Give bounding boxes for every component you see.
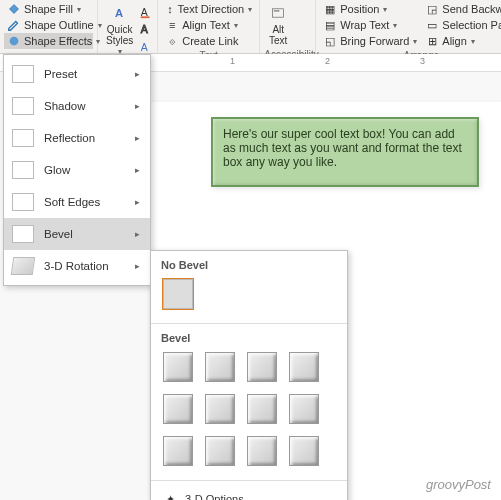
send-backward-button[interactable]: ◲Send Backward xyxy=(422,1,501,17)
bevel-swatch[interactable] xyxy=(163,394,193,424)
link-icon: ⟐ xyxy=(165,34,179,48)
menu-item-shadow[interactable]: Shadow▸ xyxy=(4,90,150,122)
svg-text:A: A xyxy=(141,41,148,53)
rotation-icon xyxy=(11,257,36,275)
svg-text:A: A xyxy=(141,23,148,35)
create-link-button[interactable]: ⟐Create Link xyxy=(162,33,255,49)
shadow-icon xyxy=(12,97,34,115)
forward-icon: ◱ xyxy=(323,34,337,48)
svg-text:A: A xyxy=(141,5,148,17)
menu-item-glow[interactable]: Glow▸ xyxy=(4,154,150,186)
bevel-swatch[interactable] xyxy=(205,394,235,424)
ribbon: Shape Fill▾ Shape Outline▾ Shape Effects… xyxy=(0,0,501,54)
chevron-right-icon: ▸ xyxy=(135,165,140,175)
bevel-submenu: No Bevel Bevel ✦3-D Options... xyxy=(150,250,348,500)
no-bevel-heading: No Bevel xyxy=(151,255,347,277)
bevel-heading: Bevel xyxy=(151,328,347,350)
shape-effects-menu: Preset▸ Shadow▸ Reflection▸ Glow▸ Soft E… xyxy=(3,54,151,286)
svg-text:A: A xyxy=(115,7,123,19)
menu-item-3d-rotation[interactable]: 3-D Rotation▸ xyxy=(4,250,150,282)
text-effects-icon[interactable]: A xyxy=(139,40,153,54)
bevel-swatch[interactable] xyxy=(289,352,319,382)
backward-icon: ◲ xyxy=(425,2,439,16)
bevel-swatch[interactable] xyxy=(289,394,319,424)
text-direction-icon: ↕ xyxy=(165,2,174,16)
chevron-right-icon: ▸ xyxy=(135,69,140,79)
bevel-swatch[interactable] xyxy=(163,436,193,466)
text-fill-icon[interactable]: A xyxy=(139,5,153,19)
text-outline-icon[interactable]: A xyxy=(139,22,153,36)
soft-edges-icon xyxy=(12,193,34,211)
position-button[interactable]: ▦Position▾ xyxy=(320,1,420,17)
chevron-right-icon: ▸ xyxy=(135,197,140,207)
svg-rect-6 xyxy=(273,9,284,17)
align-text-button[interactable]: ≡Align Text▾ xyxy=(162,17,255,33)
reflection-icon xyxy=(12,129,34,147)
bevel-swatch[interactable] xyxy=(163,352,193,382)
alt-text-button[interactable]: Alt Text xyxy=(264,1,292,48)
preset-icon xyxy=(12,65,34,83)
pane-icon: ▭ xyxy=(425,18,439,32)
bevel-swatch[interactable] xyxy=(247,394,277,424)
bevel-swatch[interactable] xyxy=(247,436,277,466)
glow-icon xyxy=(12,161,34,179)
alt-text-icon xyxy=(268,3,288,23)
menu-item-bevel[interactable]: Bevel▸ xyxy=(4,218,150,250)
wrap-text-button[interactable]: ▤Wrap Text▾ xyxy=(320,17,420,33)
bevel-swatch[interactable] xyxy=(289,436,319,466)
chevron-right-icon: ▸ xyxy=(135,261,140,271)
svg-rect-3 xyxy=(141,16,150,18)
effects-icon xyxy=(7,34,21,48)
letter-a-icon: A xyxy=(110,3,130,23)
svg-rect-7 xyxy=(274,10,280,11)
menu-item-reflection[interactable]: Reflection▸ xyxy=(4,122,150,154)
bevel-none-swatch[interactable] xyxy=(163,279,193,309)
sample-text-box[interactable]: Here's our super cool text box! You can … xyxy=(211,117,479,187)
text-direction-button[interactable]: ↕Text Direction▾ xyxy=(162,1,255,17)
bevel-swatch[interactable] xyxy=(247,352,277,382)
position-icon: ▦ xyxy=(323,2,337,16)
quick-styles-button[interactable]: AQuick Styles▾ xyxy=(102,1,137,58)
chevron-right-icon: ▸ xyxy=(135,229,140,239)
bucket-icon xyxy=(7,2,21,16)
align-icon: ≡ xyxy=(165,18,179,32)
options-icon: ✦ xyxy=(163,492,177,500)
svg-point-0 xyxy=(10,37,19,46)
chevron-right-icon: ▸ xyxy=(135,133,140,143)
pencil-icon xyxy=(7,18,21,32)
shape-fill-button[interactable]: Shape Fill▾ xyxy=(4,1,93,17)
bevel-swatch[interactable] xyxy=(205,352,235,382)
align-objects-icon: ⊞ xyxy=(425,34,439,48)
selection-pane-button[interactable]: ▭Selection Pane xyxy=(422,17,501,33)
3d-options-button[interactable]: ✦3-D Options... xyxy=(151,485,347,500)
bevel-swatch[interactable] xyxy=(205,436,235,466)
bevel-icon xyxy=(12,225,34,243)
align-button[interactable]: ⊞Align▾ xyxy=(422,33,501,49)
menu-item-soft-edges[interactable]: Soft Edges▸ xyxy=(4,186,150,218)
chevron-right-icon: ▸ xyxy=(135,101,140,111)
shape-outline-button[interactable]: Shape Outline▾ xyxy=(4,17,93,33)
watermark: groovyPost xyxy=(426,477,491,492)
wrap-icon: ▤ xyxy=(323,18,337,32)
bring-forward-button[interactable]: ◱Bring Forward▾ xyxy=(320,33,420,49)
menu-item-preset[interactable]: Preset▸ xyxy=(4,58,150,90)
shape-effects-button[interactable]: Shape Effects▾ xyxy=(4,33,93,49)
